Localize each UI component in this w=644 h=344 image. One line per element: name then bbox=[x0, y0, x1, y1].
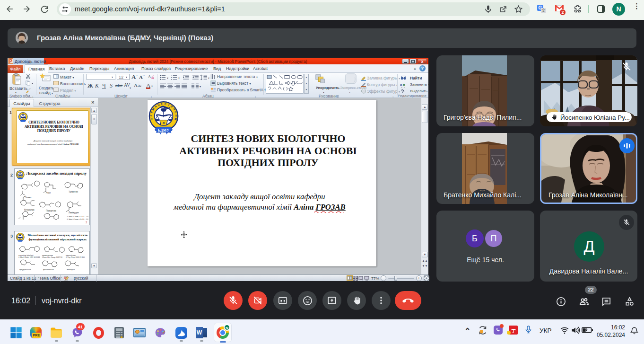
svg-text:J. Med. Chem. 45:19 - 219: J. Med. Chem. 45:19 - 219 bbox=[67, 218, 88, 221]
svg-text:И: И bbox=[174, 115, 177, 117]
svg-text:Толметин: Толметин bbox=[69, 191, 78, 193]
svg-text:Ламівудин: Ламівудин bbox=[69, 212, 79, 214]
svg-text:фенпіклоніл: фенпіклоніл bbox=[43, 268, 54, 271]
svg-text:зоміпірак: зоміпірак bbox=[67, 268, 75, 271]
svg-text:флудіоксоніл: флудіоксоніл bbox=[19, 268, 31, 271]
svg-text:R: R bbox=[163, 122, 165, 124]
svg-text:Кеторолак: Кеторолак bbox=[24, 209, 35, 211]
svg-text:Пірацетам: Пірацетам bbox=[46, 210, 56, 212]
svg-text:b: b bbox=[403, 83, 405, 87]
svg-text:БДМУ: БДМУ bbox=[158, 128, 170, 132]
svg-text:a: a bbox=[400, 83, 402, 87]
svg-text:J. Med. Chem. 42:15 - 2091: J. Med. Chem. 42:15 - 2091 bbox=[67, 215, 88, 218]
svg-text:Chem. Het. Comp. 2017 53: Chem. Het. Comp. 2017 53 bbox=[42, 256, 62, 258]
svg-text:Зомеп: Зомеп bbox=[25, 196, 32, 199]
svg-text:J. Med. Chem. 1991 34 1538: J. Med. Chem. 1991 34 1538 bbox=[18, 256, 40, 258]
svg-text:Атол: Атол bbox=[46, 192, 51, 194]
svg-text:A: A bbox=[148, 74, 151, 79]
svg-text:J. Org. Prep. 2011 23 100: J. Org. Prep. 2011 23 100 bbox=[66, 256, 85, 258]
